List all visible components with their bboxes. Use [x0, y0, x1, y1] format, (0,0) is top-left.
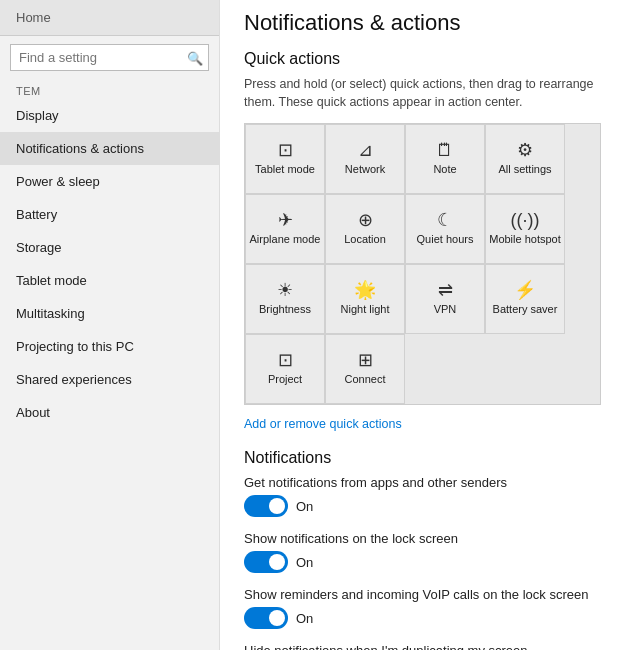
page-title: Notifications & actions [244, 10, 601, 36]
main-content: Notifications & actions Quick actions Pr… [220, 0, 625, 650]
sidebar-item[interactable]: Display [0, 99, 219, 132]
quick-action-label: Location [344, 233, 386, 246]
quick-action-label: Airplane mode [250, 233, 321, 246]
quick-action-label: Mobile hotspot [489, 233, 561, 246]
search-input[interactable] [10, 44, 209, 71]
quick-action-item[interactable]: ⚡Battery saver [485, 264, 565, 334]
sidebar-item[interactable]: Shared experiences [0, 363, 219, 396]
notifications-section: Notifications Get notifications from app… [244, 449, 601, 650]
sidebar-item[interactable]: Storage [0, 231, 219, 264]
quick-action-item[interactable]: ⇌VPN [405, 264, 485, 334]
sidebar-section-label: tem [0, 79, 219, 99]
quick-action-label: Battery saver [493, 303, 558, 316]
quick-action-item[interactable]: 🌟Night light [325, 264, 405, 334]
quick-actions-title: Quick actions [244, 50, 601, 68]
notification-label: Show notifications on the lock screen [244, 531, 601, 546]
sidebar-item[interactable]: Projecting to this PC [0, 330, 219, 363]
quick-actions-grid: ⊡Tablet mode⊿Network🗒Note⚙All settings✈A… [244, 123, 601, 405]
toggle-row: On [244, 551, 601, 573]
sidebar-home[interactable]: Home [0, 0, 219, 36]
quick-action-item[interactable]: ☀Brightness [245, 264, 325, 334]
toggle-row: On [244, 607, 601, 629]
quick-action-icon: ⊞ [358, 351, 373, 369]
quick-action-item[interactable]: 🗒Note [405, 124, 485, 194]
sidebar-item[interactable]: Tablet mode [0, 264, 219, 297]
quick-action-item[interactable]: ✈Airplane mode [245, 194, 325, 264]
sidebar-item[interactable]: Power & sleep [0, 165, 219, 198]
toggle-knob [269, 554, 285, 570]
notifications-title: Notifications [244, 449, 601, 467]
sidebar-item[interactable]: Notifications & actions [0, 132, 219, 165]
toggle-knob [269, 498, 285, 514]
quick-action-item[interactable]: ☾Quiet hours [405, 194, 485, 264]
toggle-label: On [296, 555, 313, 570]
quick-action-label: Tablet mode [255, 163, 315, 176]
quick-action-label: Connect [345, 373, 386, 386]
quick-action-item[interactable]: ⊞Connect [325, 334, 405, 404]
quick-action-label: Night light [341, 303, 390, 316]
toggle-row: On [244, 495, 601, 517]
search-box: 🔍 [10, 44, 209, 71]
notification-label: Show reminders and incoming VoIP calls o… [244, 587, 601, 602]
quick-action-label: Network [345, 163, 385, 176]
quick-action-item[interactable]: ⊕Location [325, 194, 405, 264]
quick-action-item[interactable]: ((·))Mobile hotspot [485, 194, 565, 264]
quick-action-icon: ⚡ [514, 281, 536, 299]
sidebar-items: DisplayNotifications & actionsPower & sl… [0, 99, 219, 429]
sidebar: Home 🔍 tem DisplayNotifications & action… [0, 0, 220, 650]
notification-label: Hide notifications when I'm duplicating … [244, 643, 601, 650]
quick-action-label: Note [433, 163, 456, 176]
quick-action-label: Quiet hours [417, 233, 474, 246]
quick-actions-description: Press and hold (or select) quick actions… [244, 76, 601, 111]
sidebar-item[interactable]: Battery [0, 198, 219, 231]
notification-row: Hide notifications when I'm duplicating … [244, 643, 601, 650]
notification-label: Get notifications from apps and other se… [244, 475, 601, 490]
quick-action-icon: ☾ [437, 211, 453, 229]
search-icon: 🔍 [187, 50, 203, 65]
quick-action-label: Project [268, 373, 302, 386]
toggle-label: On [296, 611, 313, 626]
quick-action-icon: ⊡ [278, 141, 293, 159]
notification-row: Get notifications from apps and other se… [244, 475, 601, 517]
quick-action-item[interactable]: ⊿Network [325, 124, 405, 194]
quick-action-icon: ((·)) [511, 211, 540, 229]
quick-action-item[interactable]: ⊡Tablet mode [245, 124, 325, 194]
notification-row: Show notifications on the lock screenOn [244, 531, 601, 573]
quick-action-item[interactable]: ⚙All settings [485, 124, 565, 194]
quick-action-icon: ✈ [278, 211, 293, 229]
quick-action-label: All settings [498, 163, 551, 176]
quick-action-icon: ⇌ [438, 281, 453, 299]
quick-action-icon: 🌟 [354, 281, 376, 299]
notification-row: Show reminders and incoming VoIP calls o… [244, 587, 601, 629]
quick-action-icon: ☀ [277, 281, 293, 299]
toggle-switch[interactable] [244, 607, 288, 629]
toggle-switch[interactable] [244, 551, 288, 573]
quick-action-label: Brightness [259, 303, 311, 316]
quick-action-item[interactable]: ⊡Project [245, 334, 325, 404]
sidebar-item[interactable]: About [0, 396, 219, 429]
toggle-label: On [296, 499, 313, 514]
add-remove-link[interactable]: Add or remove quick actions [244, 417, 402, 431]
notifications-items: Get notifications from apps and other se… [244, 475, 601, 650]
quick-action-icon: ⊡ [278, 351, 293, 369]
quick-action-label: VPN [434, 303, 457, 316]
quick-action-icon: ⚙ [517, 141, 533, 159]
quick-action-icon: ⊿ [358, 141, 373, 159]
quick-action-icon: 🗒 [436, 141, 454, 159]
toggle-knob [269, 610, 285, 626]
toggle-switch[interactable] [244, 495, 288, 517]
quick-actions-section: Quick actions Press and hold (or select)… [244, 50, 601, 449]
quick-action-icon: ⊕ [358, 211, 373, 229]
sidebar-item[interactable]: Multitasking [0, 297, 219, 330]
